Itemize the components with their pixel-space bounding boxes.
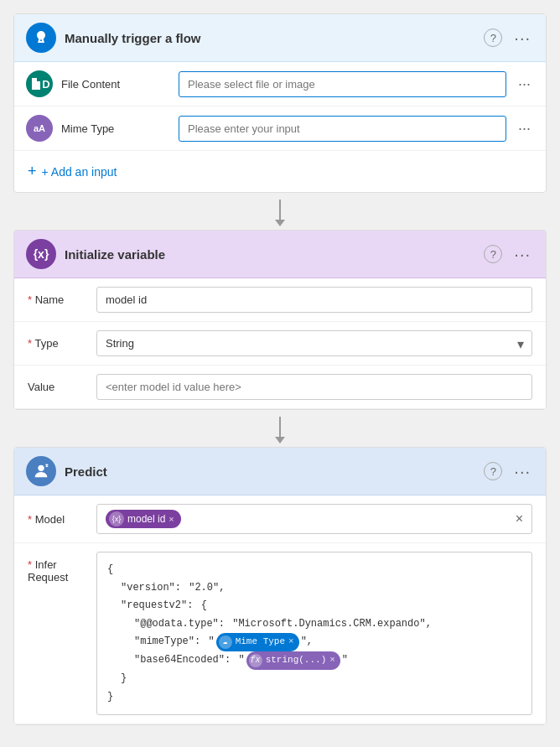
mime-type-chip: ☁ Mime Type × bbox=[216, 633, 299, 651]
mime-type-icon: aA bbox=[26, 115, 53, 142]
init-help-button[interactable]: ? bbox=[484, 245, 502, 263]
init-more-button[interactable]: ··· bbox=[511, 243, 534, 266]
model-label: * Model bbox=[28, 513, 86, 526]
type-label: * Type bbox=[28, 337, 86, 350]
mime-type-more-button[interactable]: ··· bbox=[515, 118, 534, 139]
arrow-connector-1 bbox=[13, 196, 547, 230]
model-clear-button[interactable]: × bbox=[516, 511, 523, 527]
value-label: Value bbox=[28, 381, 86, 393]
json-line-4: "@@odata.type": "Microsoft.Dynamics.CRM.… bbox=[107, 615, 521, 634]
svg-point-1 bbox=[38, 465, 44, 471]
model-row: * Model {x} model id × × bbox=[14, 495, 546, 543]
trigger-icon bbox=[26, 23, 56, 53]
mime-type-input[interactable] bbox=[179, 116, 506, 142]
name-input[interactable] bbox=[96, 287, 532, 313]
predict-help-button[interactable]: ? bbox=[484, 462, 502, 480]
file-content-row: D File Content ··· bbox=[14, 62, 546, 106]
file-content-icon: D bbox=[26, 70, 53, 97]
json-line-2: "version": "2.0", bbox=[107, 579, 521, 598]
init-header-actions: ? ··· bbox=[484, 243, 534, 266]
mime-chip-label: Mime Type bbox=[236, 634, 285, 651]
value-row: Value bbox=[14, 366, 546, 409]
infer-request-row: * Infer Request { "version": "2.0", "req… bbox=[14, 543, 546, 724]
mime-type-row: aA Mime Type ··· bbox=[14, 106, 546, 151]
arrow-connector-2 bbox=[13, 413, 547, 447]
init-title: Initialize variable bbox=[65, 247, 475, 262]
json-line-3: "requestv2": { bbox=[107, 597, 521, 615]
json-line-1: { bbox=[107, 561, 521, 579]
fx-chip-close-icon[interactable]: × bbox=[329, 652, 335, 669]
mime-chip-icon: ☁ bbox=[219, 635, 232, 649]
json-line-5: "mimeType": " ☁ Mime Type × ", bbox=[107, 633, 521, 651]
init-variable-card: {x} Initialize variable ? ··· * Name * T… bbox=[13, 230, 547, 410]
model-chip-label: model id bbox=[127, 513, 165, 525]
mime-type-label: Mime Type bbox=[61, 122, 170, 135]
predict-title: Predict bbox=[65, 464, 475, 479]
trigger-title: Manually trigger a flow bbox=[65, 31, 475, 45]
file-content-more-button[interactable]: ··· bbox=[515, 74, 534, 95]
predict-card: Predict ? ··· * Model {x} model id × × *… bbox=[13, 447, 547, 725]
value-input[interactable] bbox=[96, 374, 532, 400]
model-chip-icon: {x} bbox=[109, 511, 124, 527]
trigger-help-button[interactable]: ? bbox=[484, 29, 502, 47]
infer-label: * Infer Request bbox=[28, 552, 86, 584]
add-input-section: + + Add an input bbox=[14, 151, 546, 192]
json-line-7: } bbox=[107, 670, 521, 688]
json-line-8: } bbox=[107, 688, 521, 707]
add-input-button[interactable]: + + Add an input bbox=[14, 151, 130, 192]
model-field[interactable]: {x} model id × × bbox=[96, 504, 532, 534]
predict-card-header: Predict ? ··· bbox=[14, 448, 546, 495]
trigger-header-actions: ? ··· bbox=[484, 27, 534, 49]
mime-chip-close-icon[interactable]: × bbox=[288, 634, 294, 651]
string-chip: fx string(...) × bbox=[246, 651, 340, 670]
file-content-label: File Content bbox=[61, 78, 170, 91]
plus-icon: + bbox=[28, 163, 37, 180]
type-select[interactable]: String Integer Float Boolean Array Objec… bbox=[96, 330, 532, 356]
predict-icon bbox=[26, 456, 56, 486]
trigger-card: Manually trigger a flow ? ··· D File Con… bbox=[13, 13, 547, 193]
trigger-more-button[interactable]: ··· bbox=[511, 27, 534, 49]
add-input-label: + Add an input bbox=[42, 165, 117, 179]
json-editor[interactable]: { "version": "2.0", "requestv2": { "@@od… bbox=[96, 552, 532, 715]
init-icon: {x} bbox=[26, 239, 56, 269]
model-chip-close-icon[interactable]: × bbox=[169, 514, 174, 524]
fx-chip-label: string(...) bbox=[266, 652, 327, 669]
type-select-wrapper: String Integer Float Boolean Array Objec… bbox=[96, 330, 532, 356]
file-content-input[interactable] bbox=[179, 71, 506, 97]
json-line-6: "base64Encoded": " fx string(...) × " bbox=[107, 651, 521, 670]
name-row: * Name bbox=[14, 278, 546, 322]
type-row: * Type String Integer Float Boolean Arra… bbox=[14, 322, 546, 366]
model-id-chip: {x} model id × bbox=[106, 510, 181, 528]
predict-header-actions: ? ··· bbox=[484, 460, 534, 483]
fx-chip-icon: fx bbox=[249, 654, 262, 667]
trigger-card-header: Manually trigger a flow ? ··· bbox=[14, 14, 546, 62]
init-card-header: {x} Initialize variable ? ··· bbox=[14, 231, 546, 278]
name-label: * Name bbox=[28, 293, 86, 306]
predict-more-button[interactable]: ··· bbox=[511, 460, 534, 483]
